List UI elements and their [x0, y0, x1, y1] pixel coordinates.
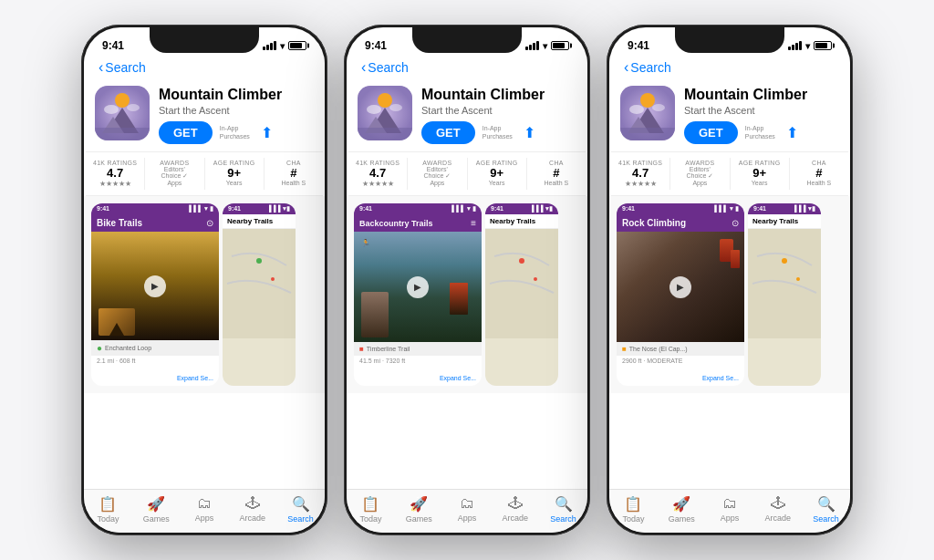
- expand-3[interactable]: Expand Se...: [617, 366, 744, 386]
- bike-photo-1: ▶: [91, 232, 219, 340]
- filter-icon-3: ⊙: [732, 218, 739, 228]
- app-get-row-1: GET In-AppPurchases ⬆: [159, 121, 314, 144]
- ratings-value-1: 4.7: [89, 166, 140, 180]
- svg-point-12: [367, 105, 381, 114]
- expand-1[interactable]: Expand Se...: [91, 366, 219, 386]
- expand-2[interactable]: Expand Se...: [354, 366, 482, 386]
- app-header-3: Mountain Climber Start the Ascent GET In…: [609, 78, 850, 151]
- today-label-2: Today: [359, 514, 381, 524]
- app-header-1: Mountain Climber Start the Ascent GET In…: [84, 78, 325, 151]
- wifi-icon-1: ▾: [280, 41, 285, 51]
- share-icon-3[interactable]: ⬆: [786, 124, 798, 141]
- age-sub-2: Years: [472, 180, 523, 186]
- app-tagline-2: Start the Ascent: [421, 105, 576, 116]
- play-btn-1[interactable]: ▶: [144, 275, 166, 297]
- location-pin-icon-2: ■: [359, 345, 364, 353]
- battery-icon-1: [288, 41, 306, 50]
- today-icon-2: 📋: [361, 495, 379, 513]
- signal-icon-3: [788, 41, 802, 50]
- tab-bar-2: 📋 Today 🚀 Games 🗂 Apps 🕹 Arcade: [347, 489, 587, 533]
- status-time-2: 9:41: [365, 39, 387, 52]
- tab-games-2[interactable]: 🚀 Games: [395, 495, 443, 524]
- phone-3: 9:41 ▾ ‹ Search: [607, 25, 853, 535]
- tab-apps-3[interactable]: 🗂 Apps: [706, 495, 754, 524]
- trail-list-3: ■ The Nose (El Cap...) 2900 ft · MODERAT…: [617, 342, 744, 386]
- stat-awards-1: AWARDS Editors'Choice ✓ Apps: [145, 158, 204, 190]
- chevron-left-icon-3: ‹: [624, 60, 628, 75]
- svg-point-9: [271, 277, 275, 281]
- share-icon-2[interactable]: ⬆: [524, 124, 535, 141]
- play-btn-3[interactable]: ▶: [669, 276, 691, 298]
- chart-value-1: #: [268, 166, 319, 180]
- trail-list-1: ● Enchanted Loop 2.1 mi · 608 ft: [91, 340, 219, 386]
- stat-ratings-2: 41K RATINGS 4.7 ★★★★★: [348, 158, 408, 190]
- search-icon-2: 🔍: [555, 495, 573, 513]
- tab-search-1[interactable]: 🔍 Search: [276, 495, 325, 524]
- trail-header-2: Backcountry Trails ≡: [354, 214, 482, 232]
- app-icon-1: [95, 86, 150, 140]
- phone-1: 9:41 ▾ ‹ Search: [81, 25, 327, 535]
- app-icon-svg-1: [95, 86, 150, 140]
- get-button-1[interactable]: GET: [159, 121, 213, 144]
- tab-today-3[interactable]: 📋 Today: [609, 495, 658, 524]
- app-icon-svg-3: [620, 86, 675, 140]
- apps-icon-1: 🗂: [197, 495, 212, 512]
- status-time-3: 9:41: [628, 39, 649, 52]
- tab-arcade-1[interactable]: 🕹 Arcade: [228, 495, 276, 524]
- wifi-icon-2: ▾: [543, 41, 547, 51]
- back-button-3[interactable]: ‹ Search: [624, 60, 671, 75]
- screen-left-1: 9:41 ▌▌▌ ▾ ▮ Bike Trails ⊙: [91, 203, 219, 386]
- screenshot-mockup-2: 9:41 ▌▌▌ ▾ ▮ Backcountry Trails ≡: [347, 196, 587, 393]
- app-name-2: Mountain Climber: [421, 86, 576, 103]
- location-pin-area-1: ● Enchanted Loop: [91, 340, 219, 356]
- app-info-1: Mountain Climber Start the Ascent GET In…: [159, 86, 314, 144]
- in-app-text-2: In-AppPurchases: [483, 125, 513, 140]
- trail-title-2: Backcountry Trails: [359, 219, 433, 228]
- share-icon-1[interactable]: ⬆: [261, 124, 273, 141]
- arcade-icon-1: 🕹: [245, 495, 260, 512]
- tab-arcade-3[interactable]: 🕹 Arcade: [753, 495, 802, 524]
- nearby-header-3: Nearby Trails: [748, 214, 821, 229]
- tab-bar-1: 📋 Today 🚀 Games 🗂 Apps 🕹 Arcade: [84, 489, 325, 533]
- location-pin-area-3: ■ The Nose (El Cap...): [617, 342, 744, 356]
- get-button-3[interactable]: GET: [684, 121, 738, 144]
- svg-point-3: [127, 104, 140, 111]
- stat-chart-3: CHA # Health S: [790, 158, 848, 190]
- trail-stats-2: 41.5 mi · 7320 ft: [354, 356, 482, 366]
- stat-ratings-3: 41K RATINGS 4.7 ★★★★★: [611, 158, 670, 190]
- back-button-1[interactable]: ‹ Search: [99, 60, 146, 75]
- awards-sub-1: Apps: [149, 180, 200, 186]
- get-button-2[interactable]: GET: [421, 121, 475, 144]
- tab-apps-2[interactable]: 🗂 Apps: [443, 495, 492, 524]
- backcountry-photo-2: ▶ 🏃: [354, 232, 482, 342]
- trail-name-3: The Nose (El Cap...): [629, 346, 688, 352]
- svg-rect-26: [620, 128, 675, 140]
- tab-games-1[interactable]: 🚀 Games: [132, 495, 181, 524]
- screen-left-3: 9:41 ▌▌▌ ▾ ▮ Rock Climbing ⊙: [617, 203, 744, 386]
- tab-today-2[interactable]: 📋 Today: [347, 495, 395, 524]
- screenshots-area-2: 9:41 ▌▌▌ ▾ ▮ Backcountry Trails ≡: [347, 196, 587, 393]
- svg-point-19: [534, 277, 537, 281]
- play-btn-2[interactable]: ▶: [407, 276, 429, 298]
- tab-search-3[interactable]: 🔍 Search: [802, 495, 850, 524]
- app-icon-3: [620, 86, 675, 140]
- trail-dist-3: 2900 ft: [622, 358, 641, 364]
- notch-3: [675, 27, 784, 53]
- screenshots-area-1: 9:41 ▌▌▌ ▾ ▮ Bike Trails ⊙: [84, 196, 325, 393]
- back-button-2[interactable]: ‹ Search: [361, 60, 409, 75]
- inner-time-3: 9:41: [622, 205, 635, 213]
- tab-games-3[interactable]: 🚀 Games: [658, 495, 706, 524]
- stars-3: ★★★★★: [615, 180, 666, 188]
- chart-value-2: #: [531, 166, 582, 180]
- screen-top-2: 9:41 ▌▌▌ ▾ ▮: [354, 203, 482, 214]
- tab-apps-1[interactable]: 🗂 Apps: [181, 495, 229, 524]
- awards-sub-3: Apps: [674, 180, 725, 186]
- tab-arcade-2[interactable]: 🕹 Arcade: [491, 495, 539, 524]
- svg-point-18: [519, 258, 524, 264]
- trail-pin-icon-2: 🏃: [361, 239, 370, 247]
- stat-age-3: AGE RATING 9+ Years: [731, 158, 790, 190]
- tab-search-2[interactable]: 🔍 Search: [539, 495, 587, 524]
- trail-header-1: Bike Trails ⊙: [91, 214, 219, 232]
- trail-name-2: Timberline Trail: [367, 346, 410, 352]
- tab-today-1[interactable]: 📋 Today: [84, 495, 132, 524]
